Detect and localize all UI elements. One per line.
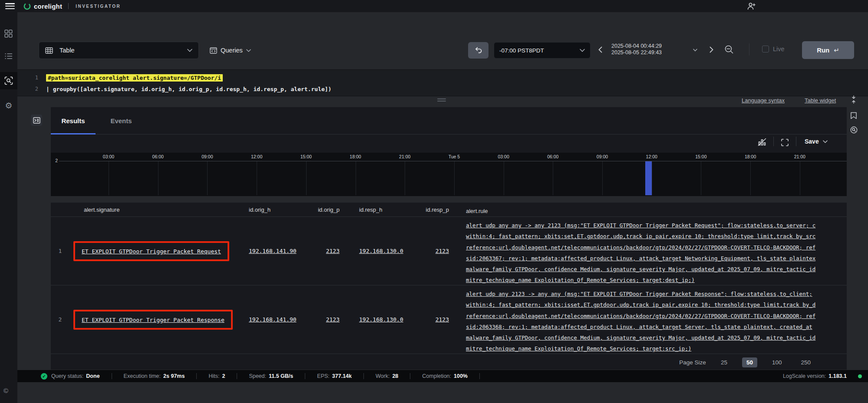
add-user-icon[interactable] bbox=[747, 2, 756, 10]
alert-rule-text[interactable]: sid:2063367; rev:1; metadata:affected_pr… bbox=[466, 253, 847, 264]
dashboard-icon[interactable] bbox=[4, 29, 13, 38]
alert-signature-link[interactable]: ET EXPLOIT GTPDoor Trigger Packet Respon… bbox=[82, 317, 224, 323]
id-resp-h-link[interactable]: 192.168.130.0 bbox=[359, 248, 403, 254]
settings-gear-icon[interactable]: ⚙ bbox=[4, 102, 13, 110]
id-resp-p-link[interactable]: 2123 bbox=[436, 248, 449, 254]
alert-rule-text[interactable]: reference:url,doubleagent.net/telecommun… bbox=[466, 242, 847, 253]
timeline-chart[interactable]: 2 03:0006:0009:0012:0015:0018:0021:00Tue… bbox=[51, 153, 847, 196]
id-resp-p-link[interactable]: 2123 bbox=[436, 316, 449, 323]
page-size-option-100[interactable]: 100 bbox=[768, 357, 786, 367]
column-header-alert-rule[interactable]: alert.rule bbox=[458, 203, 847, 216]
view-type-dropdown[interactable]: Table bbox=[39, 42, 199, 59]
query-text-highlighted[interactable]: #path=suricata_corelight alert.signature… bbox=[46, 74, 223, 82]
status-item: Execution time:2s 97ms bbox=[124, 373, 185, 379]
alert-rule-text[interactable]: reference:url,doubleagent.net/telecommun… bbox=[466, 311, 847, 321]
timezone-dropdown[interactable]: -07:00 PST8PDT bbox=[494, 42, 591, 59]
cell-alert-signature: ET EXPLOIT GTPDoor Trigger Packet Reques… bbox=[69, 217, 243, 285]
query-line[interactable]: 1#path=suricata_corelight alert.signatur… bbox=[17, 72, 868, 83]
copyright-icon[interactable]: © bbox=[3, 387, 8, 394]
alert-signature-link[interactable]: ET EXPLOIT GTPDoor Trigger Packet Reques… bbox=[82, 248, 221, 255]
timeline-gridline bbox=[109, 161, 109, 195]
status-bar: ✓ Query status:DoneExecution time:2s 97m… bbox=[17, 370, 868, 382]
status-check-icon: ✓ bbox=[41, 373, 47, 380]
results-panel: Results Events Save 2 03:0006:0009:0012:… bbox=[51, 107, 847, 370]
id-orig-p-link[interactable]: 2123 bbox=[326, 316, 340, 323]
alert-rule-text[interactable]: within:4; fast_pattern; xbits:set,ET.gpt… bbox=[466, 231, 847, 242]
column-header-id-orig_p[interactable]: id.orig_p bbox=[304, 203, 343, 216]
save-button[interactable]: Save bbox=[805, 136, 828, 147]
page-size-option-25[interactable]: 25 bbox=[716, 357, 732, 367]
query-text[interactable]: | groupby([alert.signature, id.orig_h, i… bbox=[46, 86, 331, 92]
collapse-vertical-icon[interactable] bbox=[850, 95, 857, 104]
queries-button[interactable]: Queries bbox=[210, 42, 251, 59]
zoom-out-icon[interactable] bbox=[724, 45, 734, 54]
column-header-alert-signature[interactable]: alert.signature bbox=[69, 203, 243, 216]
queries-icon bbox=[210, 47, 217, 54]
alert-rule-text[interactable]: malware_family GTPDoor, confidence Mediu… bbox=[466, 264, 847, 275]
fullscreen-icon[interactable] bbox=[781, 139, 789, 146]
alert-rule-text[interactable]: alert udp any 2123 -> any any (msg:"ET E… bbox=[466, 288, 847, 299]
cell-id-resp-p: 2123 bbox=[410, 217, 458, 285]
results-table: alert.signatureid.orig_hid.orig_pid.resp… bbox=[51, 202, 847, 354]
alert-rule-text[interactable]: malware_family GTPDoor, confidence Mediu… bbox=[466, 332, 847, 343]
tab-events[interactable]: Events bbox=[99, 107, 143, 134]
column-header-id-resp_p[interactable]: id.resp_p bbox=[410, 203, 458, 216]
timeline-tick-label: 21:00 bbox=[399, 154, 410, 159]
tab-results[interactable]: Results bbox=[51, 107, 96, 134]
alert-rule-text[interactable]: mitre_technique_name Exploitation_Of_Rem… bbox=[466, 343, 847, 354]
cell-id-orig-h: 192.168.141.90 bbox=[243, 217, 304, 285]
live-toggle[interactable]: Live bbox=[762, 46, 785, 52]
id-orig-h-link[interactable]: 192.168.141.90 bbox=[249, 248, 297, 254]
timeline-tick-label: 06:00 bbox=[152, 154, 164, 159]
time-range-display[interactable]: 2025-08-04 00:44:29 2025-08-05 22:49:43 bbox=[611, 43, 692, 56]
page-size-option-50[interactable]: 50 bbox=[742, 357, 757, 367]
id-resp-h-link[interactable]: 192.168.130.0 bbox=[359, 316, 403, 323]
circled-search-icon[interactable] bbox=[850, 126, 858, 134]
tag-icon[interactable] bbox=[850, 112, 857, 119]
resize-grip[interactable] bbox=[437, 98, 446, 103]
page-size-option-250[interactable]: 250 bbox=[796, 357, 815, 367]
status-value: 2s 97ms bbox=[163, 373, 185, 379]
alert-rule-text[interactable]: sid:2063368; rev:1; metadata:affected_pr… bbox=[466, 321, 847, 332]
timeline-tick-label: 18:00 bbox=[745, 154, 756, 159]
column-header-id-resp_h[interactable]: id.resp_h bbox=[343, 203, 410, 216]
alert-rule-text[interactable]: mitre_technique_name Exploitation_Of_Rem… bbox=[466, 275, 847, 285]
undo-button[interactable] bbox=[468, 42, 488, 59]
id-orig-p-link[interactable]: 2123 bbox=[326, 248, 340, 254]
cell-alert-rule: alert udp any any -> any 2123 (msg:"ET E… bbox=[458, 217, 847, 285]
time-range-end: 2025-08-05 22:49:43 bbox=[611, 49, 692, 56]
status-item: Completion:100% bbox=[422, 373, 468, 379]
column-header-id-orig_h[interactable]: id.orig_h bbox=[243, 203, 304, 216]
status-label: Work: bbox=[376, 373, 389, 379]
id-orig-h-link[interactable]: 192.168.141.90 bbox=[249, 316, 297, 323]
query-editor[interactable]: 1#path=suricata_corelight alert.signatur… bbox=[17, 69, 868, 96]
status-divider bbox=[363, 373, 364, 379]
corelight-logo-icon bbox=[23, 3, 31, 10]
line-number: 1 bbox=[17, 75, 43, 81]
timeline-gridline bbox=[207, 161, 208, 195]
cell-alert-rule: alert udp any 2123 -> any any (msg:"ET E… bbox=[458, 285, 847, 354]
cell-id-orig-p: 2123 bbox=[304, 285, 343, 354]
language-syntax-link[interactable]: Language syntax bbox=[742, 97, 785, 104]
open-side-panel-icon[interactable] bbox=[31, 115, 42, 126]
query-line[interactable]: 2| groupby([alert.signature, id.orig_h, … bbox=[17, 83, 868, 95]
status-divider bbox=[237, 373, 237, 379]
timeline-tick-label: 12:00 bbox=[646, 154, 657, 159]
time-range-forward-arrow[interactable] bbox=[710, 46, 713, 53]
status-item: Query status:Done bbox=[51, 373, 100, 379]
timeline-gridline bbox=[800, 161, 800, 195]
list-icon[interactable] bbox=[4, 52, 13, 61]
line-number: 2 bbox=[17, 86, 43, 92]
alert-rule-text[interactable]: alert udp any any -> any 2123 (msg:"ET E… bbox=[466, 220, 847, 231]
live-checkbox[interactable] bbox=[762, 46, 769, 52]
timeline-bar[interactable] bbox=[645, 161, 652, 195]
hamburger-menu-icon[interactable] bbox=[5, 3, 15, 9]
chevron-down-icon[interactable] bbox=[693, 49, 697, 52]
run-button[interactable]: Run ↵ bbox=[802, 41, 854, 59]
table-view-icon bbox=[45, 47, 53, 54]
search-scan-icon[interactable] bbox=[4, 76, 13, 85]
table-widget-link[interactable]: Table widget bbox=[805, 97, 836, 104]
hide-chart-icon[interactable] bbox=[758, 138, 766, 146]
alert-rule-text[interactable]: within:4; fast_pattern; xbits:isset,ET.g… bbox=[466, 299, 847, 310]
time-range-back-arrow[interactable] bbox=[598, 46, 602, 53]
